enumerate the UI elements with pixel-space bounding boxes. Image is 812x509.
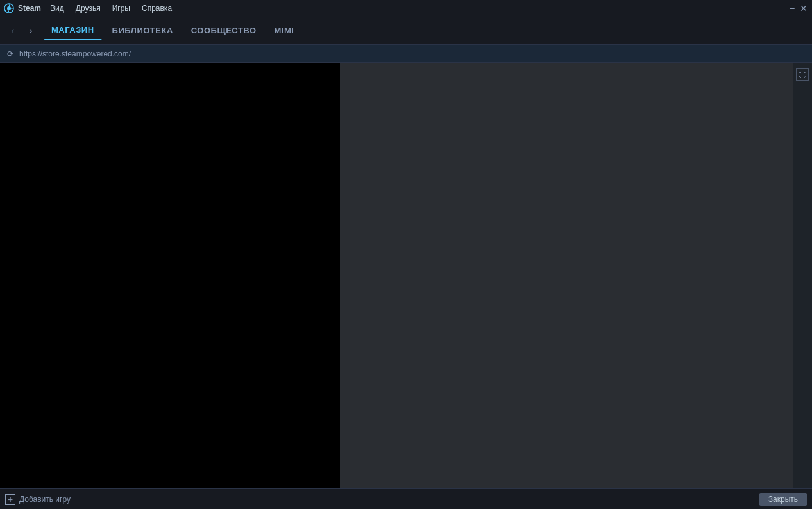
minimize-button[interactable]: − [788,4,797,13]
menu-friends[interactable]: Друзья [71,3,106,14]
url-bar: ⟳ https://store.steampowered.com/ [0,45,812,63]
menu-games[interactable]: Игры [107,3,135,14]
add-game-label: Добавить игру [19,495,71,504]
tab-store[interactable]: МАГАЗИН [44,21,102,40]
title-bar-left: Steam Вид Друзья Игры Справка [4,3,177,14]
menu-bar: Вид Друзья Игры Справка [45,3,177,14]
add-game-button[interactable]: + Добавить игру [5,494,71,505]
expand-icon[interactable]: ⛶ [796,68,809,81]
right-panel [340,63,812,488]
left-panel [0,63,340,488]
nav-arrows: ‹ › [5,23,38,39]
main-content [0,63,812,488]
forward-button[interactable]: › [23,23,38,39]
tab-community[interactable]: СООБЩЕСТВО [183,22,264,39]
window-controls: − ✕ [788,4,808,13]
tab-library[interactable]: БИБЛИОТЕКА [105,22,181,39]
close-button[interactable]: ✕ [799,4,808,13]
title-bar: Steam Вид Друзья Игры Справка − ✕ [0,0,812,17]
nav-bar: ‹ › МАГАЗИН БИБЛИОТЕКА СООБЩЕСТВО MIMI [0,17,812,45]
menu-help[interactable]: Справка [137,3,177,14]
loading-icon: ⟳ [5,49,15,59]
right-strip: ⛶ [793,63,812,488]
bottom-bar: + Добавить игру Закрыть [0,488,812,509]
add-icon: + [5,494,15,505]
nav-tabs: МАГАЗИН БИБЛИОТЕКА СООБЩЕСТВО MIMI [44,21,301,40]
menu-view[interactable]: Вид [45,3,69,14]
url-display[interactable]: https://store.steampowered.com/ [19,49,131,58]
close-button[interactable]: Закрыть [759,493,807,506]
app-title: Steam [18,4,41,13]
steam-logo-icon [4,3,14,13]
tab-user[interactable]: MIMI [267,22,302,39]
back-button[interactable]: ‹ [5,23,21,39]
